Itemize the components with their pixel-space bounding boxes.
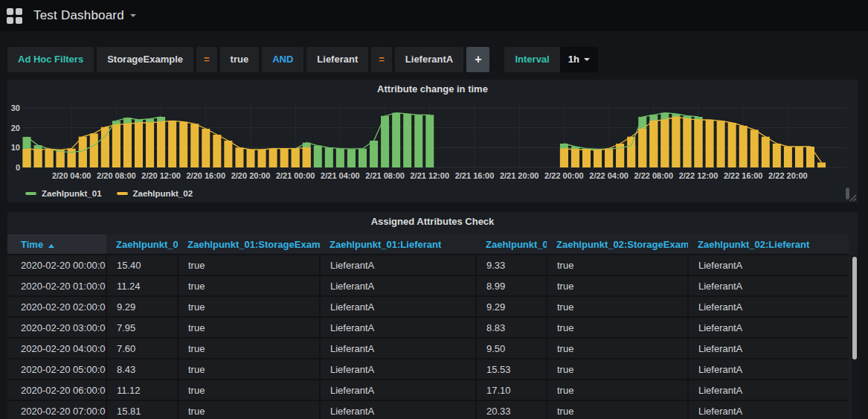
bar-zaehlpunkt_02 bbox=[728, 123, 736, 167]
caret-down-icon bbox=[584, 58, 590, 61]
table-cell: 17.10 bbox=[476, 380, 547, 400]
bar-zaehlpunkt_02 bbox=[817, 162, 826, 167]
table-cell: 7.60 bbox=[106, 338, 178, 359]
x-axis-tick-label: 2/22 08:00 bbox=[634, 171, 673, 180]
column-header-zaehlpunkt-02[interactable]: Zaehlpunkt_02 bbox=[476, 234, 547, 255]
bar-zaehlpunkt_02 bbox=[179, 122, 187, 167]
table-body: 2020-02-20 00:00:0015.40trueLieferantA9.… bbox=[7, 255, 849, 419]
table-row: 2020-02-20 07:00:0015.81trueLieferantA20… bbox=[7, 400, 849, 419]
x-axis-tick-label: 2/20 12:00 bbox=[141, 171, 181, 180]
bar-zaehlpunkt_02 bbox=[101, 127, 109, 167]
table-cell: 15.81 bbox=[106, 400, 178, 419]
bar-zaehlpunkt_02 bbox=[571, 150, 579, 167]
interval-select[interactable]: 1h bbox=[560, 47, 598, 72]
table-cell: 9.29 bbox=[476, 296, 547, 317]
x-axis-tick-label: 2/22 00:00 bbox=[544, 171, 584, 180]
panel-resize-handle[interactable] bbox=[849, 194, 857, 202]
bar-zaehlpunkt_01 bbox=[347, 149, 356, 167]
bar-zaehlpunkt_02 bbox=[280, 149, 289, 167]
bar-zaehlpunkt_02 bbox=[202, 129, 210, 167]
bar-zaehlpunkt_02 bbox=[79, 137, 87, 167]
table-cell: 2020-02-20 05:00:00 bbox=[7, 359, 106, 380]
x-axis-tick-label: 2/21 08:00 bbox=[365, 171, 405, 180]
table-cell: LieferantA bbox=[320, 255, 476, 275]
legend-series-label: Zaehlpunkt_02 bbox=[133, 189, 193, 198]
bar-zaehlpunkt_02 bbox=[190, 124, 199, 167]
bar-zaehlpunkt_02 bbox=[706, 120, 714, 167]
table-cell: 11.12 bbox=[106, 380, 178, 400]
x-axis-tick-label: 2/20 20:00 bbox=[231, 171, 271, 180]
table-cell: 8.99 bbox=[476, 275, 547, 296]
legend-series-icon bbox=[117, 192, 128, 195]
add-filter-button[interactable]: + bbox=[466, 47, 489, 72]
chart-panel: 01020302/20 04:002/20 08:002/20 12:002/2… bbox=[7, 80, 858, 202]
bar-zaehlpunkt_02 bbox=[34, 150, 42, 167]
filter-value-true[interactable]: true bbox=[220, 47, 260, 72]
table-cell: LieferantA bbox=[688, 275, 849, 296]
table-cell: 2020-02-20 04:00:00 bbox=[7, 338, 106, 359]
time-series-chart[interactable]: 01020302/20 04:002/20 08:002/20 12:002/2… bbox=[7, 80, 858, 202]
column-header-zaehlpunkt-01-storageexample[interactable]: Zaehlpunkt_01:StorageExample bbox=[178, 234, 320, 255]
grid-icon-square bbox=[7, 8, 13, 15]
bar-zaehlpunkt_02 bbox=[649, 121, 658, 167]
column-header-label: Zaehlpunkt_02:StorageExample bbox=[556, 239, 688, 250]
column-header-zaehlpunkt-01-lieferant[interactable]: Zaehlpunkt_01:Lieferant bbox=[320, 234, 476, 255]
column-header-zaehlpunkt-02-storageexample[interactable]: Zaehlpunkt_02:StorageExample bbox=[547, 234, 688, 255]
filter-operator-equals[interactable]: = bbox=[196, 47, 217, 72]
sort-ascending-icon bbox=[48, 244, 54, 248]
table-wrap: TimeZaehlpunkt_01Zaehlpunkt_01:StorageEx… bbox=[7, 234, 849, 419]
dashboard-grid-icon[interactable] bbox=[7, 8, 22, 24]
table-cell: 9.29 bbox=[106, 296, 178, 317]
table-cell: true bbox=[547, 275, 688, 296]
column-header-label: Zaehlpunkt_02 bbox=[486, 239, 547, 250]
table-cell: 2020-02-20 01:00:00 bbox=[7, 275, 106, 296]
y-axis-tick-label: 0 bbox=[16, 163, 20, 172]
filter-value-lieferanta[interactable]: LieferantA bbox=[395, 47, 463, 72]
x-axis-tick-label: 2/22 04:00 bbox=[589, 171, 629, 180]
table-cell: LieferantA bbox=[320, 317, 476, 338]
chart-panel-title[interactable]: Attribute change in time bbox=[7, 83, 858, 95]
bar-zaehlpunkt_02 bbox=[135, 123, 143, 167]
bar-zaehlpunkt_02 bbox=[717, 121, 725, 167]
top-nav-bar: Test Dashboard bbox=[0, 0, 868, 31]
bar-zaehlpunkt_01 bbox=[392, 113, 400, 167]
legend-item-zaehlpunkt_02[interactable]: Zaehlpunkt_02 bbox=[117, 189, 193, 198]
column-header-zaehlpunkt-01[interactable]: Zaehlpunkt_01 bbox=[106, 234, 178, 255]
x-axis-tick-label: 2/21 20:00 bbox=[500, 171, 539, 180]
column-header-time[interactable]: Time bbox=[7, 234, 106, 255]
x-axis-tick-label: 2/21 16:00 bbox=[455, 171, 495, 180]
table-panel-title[interactable]: Assigned Attributes Check bbox=[7, 216, 858, 227]
table-cell: LieferantA bbox=[688, 317, 849, 338]
filter-operator-equals-2[interactable]: = bbox=[371, 47, 392, 72]
table-row: 2020-02-20 03:00:007.95trueLieferantA8.8… bbox=[7, 317, 849, 338]
interval-current-value: 1h bbox=[568, 47, 579, 72]
dashboard-title-button[interactable]: Test Dashboard bbox=[33, 8, 136, 23]
table-cell: true bbox=[178, 317, 320, 338]
legend-item-zaehlpunkt_01[interactable]: Zaehlpunkt_01 bbox=[25, 189, 102, 198]
bar-zaehlpunkt_02 bbox=[45, 149, 54, 167]
table-cell: 8.43 bbox=[106, 359, 178, 380]
bar-zaehlpunkt_02 bbox=[123, 124, 132, 167]
table-scrollbar-thumb[interactable] bbox=[852, 257, 857, 359]
bar-zaehlpunkt_01 bbox=[325, 147, 333, 167]
bar-zaehlpunkt_01 bbox=[403, 114, 411, 167]
x-axis-tick-label: 2/20 04:00 bbox=[52, 171, 91, 180]
x-axis-tick-label: 2/21 04:00 bbox=[321, 171, 360, 180]
table-row: 2020-02-20 04:00:007.60trueLieferantA9.5… bbox=[7, 338, 849, 359]
bar-zaehlpunkt_01 bbox=[381, 116, 389, 167]
bar-zaehlpunkt_02 bbox=[168, 121, 176, 167]
x-axis-tick-label: 2/20 16:00 bbox=[186, 171, 225, 180]
bar-zaehlpunkt_02 bbox=[582, 150, 591, 167]
table-cell: LieferantA bbox=[320, 296, 476, 317]
bar-zaehlpunkt_02 bbox=[739, 126, 748, 167]
bar-zaehlpunkt_02 bbox=[750, 129, 759, 167]
filter-key-lieferant[interactable]: Lieferant bbox=[306, 47, 368, 72]
table-scrollbar-track[interactable] bbox=[852, 255, 858, 419]
table-cell: true bbox=[178, 255, 320, 275]
filter-key-storageexample[interactable]: StorageExample bbox=[97, 47, 193, 72]
bar-zaehlpunkt_02 bbox=[605, 149, 613, 167]
table-cell: 2020-02-20 03:00:00 bbox=[7, 317, 106, 338]
column-header-label: Zaehlpunkt_01:Lieferant bbox=[329, 239, 441, 250]
column-header-zaehlpunkt-02-lieferant[interactable]: Zaehlpunkt_02:Lieferant bbox=[688, 234, 849, 255]
table-cell: true bbox=[547, 338, 688, 359]
